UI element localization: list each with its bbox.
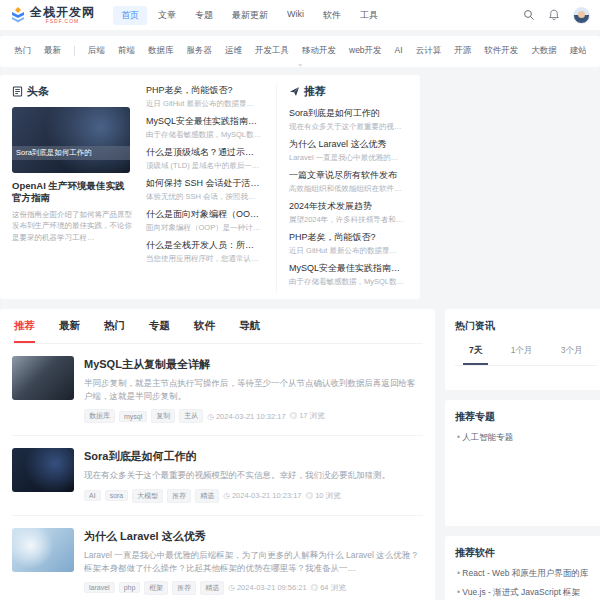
article-row[interactable]: Sora到底是如何工作的 现在有众多关于这个最重要的视频模型的不实信息。幸好，我… xyxy=(12,436,423,515)
article-row[interactable]: MySQL主从复制最全详解 半同步复制，就是主节点执行写操作后，等待至少一个从节… xyxy=(12,344,423,436)
article-tag[interactable]: 精选 xyxy=(200,581,224,595)
article-tag[interactable]: 复制 xyxy=(151,409,175,423)
feature-article-title[interactable]: OpenAI 生产环境最佳实践官方指南 xyxy=(12,180,132,205)
search-icon[interactable] xyxy=(523,9,535,21)
feed-tab[interactable]: 软件 xyxy=(194,319,215,343)
recommend-item[interactable]: MySQL安全最佳实践指南（2024版） 由于存储着敏感数据，MySQL数据库… xyxy=(289,262,408,287)
article-tag[interactable]: mysql xyxy=(119,411,147,422)
top-nav-item[interactable]: 专题 xyxy=(187,6,221,25)
header-actions xyxy=(523,7,590,24)
headline-item[interactable]: 如何保持 SSH 会话处于活动状态 体验无忧的 SSH 会话，按照我们的… xyxy=(146,177,262,202)
feed-tab[interactable]: 热门 xyxy=(104,319,125,343)
top-nav-item[interactable]: Wiki xyxy=(279,6,312,25)
article-title[interactable]: MySQL主从复制最全详解 xyxy=(84,357,423,372)
article-title[interactable]: Sora到底是如何工作的 xyxy=(84,449,423,464)
headline-item-title[interactable]: 什么是顶级域名？通过示例解释 TLD xyxy=(146,146,262,159)
recommend-item-desc: 高效能组织和低效能组织在软件交付的效… xyxy=(289,184,408,194)
category-item[interactable]: 移动开发 xyxy=(302,45,336,57)
article-tag[interactable]: 数据库 xyxy=(84,409,115,423)
recommend-item-title[interactable]: 2024年技术发展趋势 xyxy=(289,200,408,213)
feed-tab[interactable]: 推荐 xyxy=(14,319,35,343)
topic-item[interactable]: 人工智能专题 xyxy=(457,432,597,444)
article-tag[interactable]: 推荐 xyxy=(167,489,191,503)
recommend-item[interactable]: 一篇文章说尽所有软件发布 高效能组织和低效能组织在软件交付的效… xyxy=(289,169,408,194)
article-tag[interactable]: sora xyxy=(105,490,129,501)
article-title[interactable]: 为什么 Laravel 这么优秀 xyxy=(84,529,423,544)
software-item[interactable]: React - Web 和原生用户界面的库 xyxy=(457,568,597,580)
headline-item[interactable]: PHP老矣，尚能饭否? 近日 GitHut 最新公布的数据显… xyxy=(146,84,262,109)
category-item[interactable]: 后端 xyxy=(88,45,105,57)
category-latest[interactable]: 最新 xyxy=(44,45,61,57)
recommend-item-title[interactable]: PHP老矣，尚能饭否? xyxy=(289,231,408,244)
headline-item-title[interactable]: 如何保持 SSH 会话处于活动状态 xyxy=(146,177,262,190)
article-thumbnail[interactable] xyxy=(12,356,74,400)
category-item[interactable]: 建站 xyxy=(570,45,586,57)
category-item[interactable]: 开源 xyxy=(454,45,471,57)
article-tag[interactable]: 推荐 xyxy=(172,581,196,595)
hot-news-tab[interactable]: 3个月 xyxy=(555,341,589,365)
top-nav-item[interactable]: 文章 xyxy=(150,6,184,25)
headline-item-desc: 由于存储着敏感数据，MySQL数据库… xyxy=(146,130,262,140)
category-item[interactable]: 云计算 xyxy=(416,45,442,57)
headline-item-title[interactable]: MySQL安全最佳实践指南（2024版） xyxy=(146,115,262,128)
headline-item[interactable]: 什么是顶级域名？通过示例解释 TLD 顶级域 (TLD) 是域名中的最后一… xyxy=(146,146,262,171)
category-hot[interactable]: 热门 xyxy=(14,45,31,57)
top-nav-item[interactable]: 首页 xyxy=(113,6,147,25)
top-nav-item[interactable]: 最新更新 xyxy=(224,6,276,25)
recommend-item[interactable]: Sora到底是如何工作的 现在有众多关于这个最重要的视频模型的… xyxy=(289,107,408,132)
recommend-item-title[interactable]: 为什么 Laravel 这么优秀 xyxy=(289,138,408,151)
recommend-item-desc: 近日 GitHut 最新公布的数据显… xyxy=(289,246,408,256)
recommend-item-title[interactable]: Sora到底是如何工作的 xyxy=(289,107,408,120)
article-tag[interactable]: laravel xyxy=(84,582,115,593)
recommend-item[interactable]: PHP老矣，尚能饭否? 近日 GitHut 最新公布的数据显… xyxy=(289,231,408,256)
category-item[interactable]: AI xyxy=(395,45,403,57)
recommend-item[interactable]: 2024年技术发展趋势 展望2024年，许多科技领导者和观察… xyxy=(289,200,408,225)
category-item[interactable]: web开发 xyxy=(349,45,382,57)
software-item[interactable]: Vue.js - 渐进式 JavaScript 框架 xyxy=(457,587,597,599)
category-item[interactable]: 运维 xyxy=(225,45,242,57)
category-bar: 热门 最新 后端前端数据库服务器运维开发工具移动开发web开发AI云计算开源软件… xyxy=(0,36,600,67)
article-timestamp: 2024-03-21 10:32:17 xyxy=(207,412,285,421)
feature-image[interactable]: Sora到底是如何工作的 xyxy=(12,107,130,173)
category-item[interactable]: 软件开发 xyxy=(484,45,518,57)
notification-bell-icon[interactable] xyxy=(548,9,560,21)
article-desc: 半同步复制，就是主节点执行写操作后，等待至少一个从节点确认收到数据后再返回给客户… xyxy=(84,377,423,403)
article-thumbnail[interactable] xyxy=(12,528,74,572)
article-tag[interactable]: php xyxy=(119,582,141,593)
headlines-list: PHP老矣，尚能饭否? 近日 GitHut 最新公布的数据显… MySQL安全最… xyxy=(146,84,262,293)
recommend-item[interactable]: 为什么 Laravel 这么优秀 Laravel 一直是我心中最优雅的… xyxy=(289,138,408,163)
article-thumbnail[interactable] xyxy=(12,448,74,492)
article-row[interactable]: 为什么 Laravel 这么优秀 Laravel 一直是我心中最优雅的后端框架，… xyxy=(12,516,423,600)
user-avatar[interactable] xyxy=(573,7,590,24)
top-nav-item[interactable]: 软件 xyxy=(315,6,349,25)
recommended-software-card: 推荐软件 React - Web 和原生用户界面的库Vue.js - 渐进式 J… xyxy=(445,536,600,600)
headline-item[interactable]: MySQL安全最佳实践指南（2024版） 由于存储着敏感数据，MySQL数据库… xyxy=(146,115,262,140)
category-item[interactable]: 服务器 xyxy=(187,45,213,57)
feed-tab[interactable]: 导航 xyxy=(239,319,260,343)
feed-tab[interactable]: 专题 xyxy=(149,319,170,343)
recommend-item-title[interactable]: MySQL安全最佳实践指南（2024版） xyxy=(289,262,408,275)
top-nav-item[interactable]: 工具 xyxy=(352,6,386,25)
hot-news-tab[interactable]: 7天 xyxy=(463,341,488,365)
hot-news-tab[interactable]: 1个月 xyxy=(505,341,539,365)
article-tag[interactable]: 大模型 xyxy=(132,489,163,503)
category-item[interactable]: 前端 xyxy=(118,45,135,57)
headline-item-title[interactable]: 什么是面向对象编程（OOP）？ xyxy=(146,208,262,221)
chevron-down-icon[interactable]: ⌄ xyxy=(297,61,304,67)
recommend-item-title[interactable]: 一篇文章说尽所有软件发布 xyxy=(289,169,408,182)
headline-item-title[interactable]: PHP老矣，尚能饭否? xyxy=(146,84,262,97)
article-tag[interactable]: 精选 xyxy=(195,489,219,503)
feed-tab[interactable]: 最新 xyxy=(59,319,80,343)
category-item[interactable]: 数据库 xyxy=(148,45,174,57)
article-tag[interactable]: AI xyxy=(84,490,101,501)
recommend-panel: 推荐 Sora到底是如何工作的 现在有众多关于这个最重要的视频模型的… 为什么 … xyxy=(276,84,408,293)
category-item[interactable]: 开发工具 xyxy=(255,45,289,57)
headline-item[interactable]: 什么是面向对象编程（OOP）？ 面向对象编程（OOP）是一种计算机编… xyxy=(146,208,262,233)
headline-item[interactable]: 什么是全栈开发人员：所需的基本技能 当您使用应用程序时，您通常认为速度是… xyxy=(146,239,262,264)
article-tag[interactable]: 框架 xyxy=(144,581,168,595)
site-logo[interactable]: 全栈开发网 FSDF.COM xyxy=(10,6,95,24)
headline-item-title[interactable]: 什么是全栈开发人员：所需的基本技能 xyxy=(146,239,262,252)
article-body: 为什么 Laravel 这么优秀 Laravel 一直是我心中最优雅的后端框架，… xyxy=(84,528,423,595)
category-item[interactable]: 大数据 xyxy=(531,45,557,57)
article-tag[interactable]: 主从 xyxy=(179,409,203,423)
